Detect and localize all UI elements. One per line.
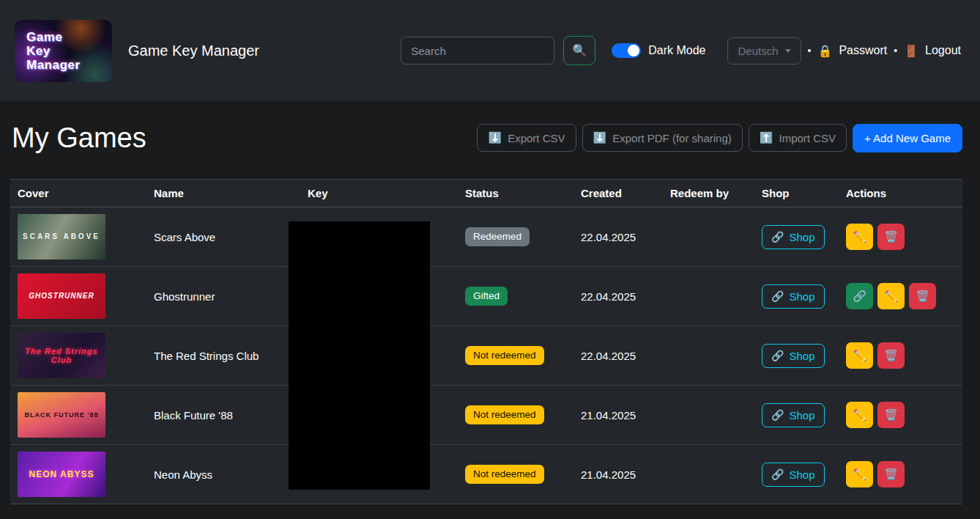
- table-row: BLACK FUTURE '88 Black Future '88 Not re…: [10, 386, 962, 445]
- game-cover-image: SCARS ABOVE: [18, 214, 105, 260]
- delete-button[interactable]: 🗑️: [877, 461, 905, 487]
- game-cover-image: NEON ABYSS: [18, 452, 105, 497]
- navbar: Game Key Manager Game Key Manager 🔍 Dark…: [0, 0, 980, 101]
- status-badge: Not redeemed: [465, 465, 544, 484]
- nav-separator-dot: •: [894, 45, 897, 56]
- logout-link[interactable]: 🚪 Logout: [904, 44, 961, 58]
- table-header-row: Cover Name Key Status Created Redeem by …: [10, 180, 962, 207]
- search-input[interactable]: [401, 37, 554, 65]
- row-actions: 🔗✏️🗑️: [839, 267, 962, 326]
- created-date: 22.04.2025: [573, 267, 663, 326]
- delete-button[interactable]: 🗑️: [877, 224, 905, 250]
- edit-icon: ✏️: [853, 468, 866, 481]
- delete-icon: 🗑️: [884, 230, 898, 243]
- game-name: Black Future '88: [146, 386, 300, 445]
- export-csv-label: Export CSV: [508, 132, 565, 144]
- import-csv-button[interactable]: ⬆️ Import CSV: [749, 124, 847, 152]
- edit-button[interactable]: ✏️: [846, 224, 873, 250]
- redeem-by-date: [663, 267, 754, 326]
- edit-button[interactable]: ✏️: [846, 461, 873, 487]
- status-badge: Not redeemed: [465, 346, 544, 365]
- games-table: Cover Name Key Status Created Redeem by …: [10, 179, 962, 504]
- game-name: Ghostrunner: [146, 267, 300, 326]
- edit-button[interactable]: ✏️: [877, 283, 905, 309]
- col-header-cover: Cover: [10, 180, 146, 207]
- logo-line: Game: [26, 30, 112, 44]
- game-cover-image: GHOSTRUNNER: [18, 273, 105, 319]
- toolbar: ⬇️ Export CSV ⬇️ Export PDF (for sharing…: [477, 124, 962, 152]
- row-actions: ✏️🗑️: [839, 445, 962, 504]
- logo-line: Key: [26, 44, 112, 58]
- link-icon: 🔗: [853, 290, 866, 303]
- dark-mode-label: Dark Mode: [648, 44, 705, 57]
- created-date: 21.04.2025: [573, 445, 663, 504]
- status-badge: Gifted: [465, 287, 508, 306]
- created-date: 22.04.2025: [573, 326, 663, 386]
- delete-button[interactable]: 🗑️: [909, 283, 936, 309]
- add-new-game-button[interactable]: + Add New Game: [853, 124, 962, 152]
- nav-separator-dot: •: [808, 45, 812, 56]
- upload-icon: ⬆️: [760, 131, 773, 144]
- game-name: The Red Strings Club: [146, 326, 300, 386]
- game-cover-text: BLACK FUTURE '88: [24, 411, 98, 419]
- edit-button[interactable]: ✏️: [846, 402, 873, 428]
- link-icon: 🔗: [771, 468, 784, 480]
- col-header-shop: Shop: [754, 180, 839, 207]
- link-icon: 🔗: [771, 290, 784, 302]
- edit-icon: ✏️: [853, 408, 866, 422]
- dark-mode-switch[interactable]: [612, 43, 641, 58]
- game-cover-text: NEON ABYSS: [29, 470, 94, 479]
- redeem-by-date: [663, 326, 754, 386]
- edit-button[interactable]: ✏️: [846, 342, 873, 369]
- delete-icon: 🗑️: [884, 349, 898, 362]
- col-header-status: Status: [458, 180, 573, 207]
- redeem-by-date: [663, 386, 754, 445]
- shop-link-button[interactable]: 🔗 Shop: [762, 225, 825, 249]
- row-actions: ✏️🗑️: [839, 326, 962, 386]
- games-table-wrap: Cover Name Key Status Created Redeem by …: [10, 179, 962, 504]
- export-csv-button[interactable]: ⬇️ Export CSV: [477, 124, 576, 152]
- game-cover-text: The Red Strings Club: [20, 347, 103, 364]
- app-title: Game Key Manager: [128, 43, 259, 59]
- table-row: The Red Strings Club The Red Strings Clu…: [10, 326, 962, 386]
- password-link[interactable]: 🔒 Passwort: [817, 44, 887, 58]
- page-title: My Games: [12, 122, 146, 154]
- language-dropdown[interactable]: Deutsch: [727, 37, 801, 65]
- password-link-label: Passwort: [839, 44, 887, 57]
- row-actions: ✏️🗑️: [839, 386, 962, 445]
- chevron-down-icon: [785, 49, 791, 53]
- link-button[interactable]: 🔗: [846, 283, 873, 309]
- export-pdf-button[interactable]: ⬇️ Export PDF (for sharing): [582, 124, 743, 152]
- shop-button-label: Shop: [789, 231, 814, 243]
- shop-button-label: Shop: [789, 350, 814, 362]
- row-actions: ✏️🗑️: [839, 207, 962, 267]
- delete-button[interactable]: 🗑️: [877, 402, 905, 428]
- col-header-created: Created: [573, 180, 663, 207]
- shop-link-button[interactable]: 🔗 Shop: [762, 284, 825, 309]
- redacted-key-overlay: [289, 221, 430, 490]
- logo-line: Manager: [26, 58, 112, 72]
- download-icon: ⬇️: [488, 131, 502, 144]
- game-name: Scars Above: [146, 207, 300, 267]
- edit-icon: ✏️: [853, 349, 866, 362]
- col-header-name: Name: [146, 180, 300, 207]
- search-button[interactable]: 🔍: [563, 36, 595, 65]
- delete-button[interactable]: 🗑️: [877, 342, 905, 369]
- col-header-key: Key: [300, 180, 458, 207]
- shop-button-label: Shop: [789, 409, 814, 422]
- link-icon: 🔗: [771, 231, 784, 243]
- delete-icon: 🗑️: [916, 290, 929, 303]
- delete-icon: 🗑️: [884, 468, 898, 481]
- shop-link-button[interactable]: 🔗 Shop: [762, 403, 825, 427]
- language-selected-label: Deutsch: [738, 45, 778, 57]
- lock-icon: 🔒: [817, 44, 832, 58]
- door-icon: 🚪: [904, 44, 918, 58]
- status-badge: Not redeemed: [465, 405, 544, 424]
- shop-link-button[interactable]: 🔗 Shop: [762, 463, 825, 487]
- shop-button-label: Shop: [789, 290, 814, 303]
- app-logo: Game Key Manager: [15, 20, 112, 82]
- game-cover-image: The Red Strings Club: [18, 333, 105, 378]
- shop-link-button[interactable]: 🔗 Shop: [762, 344, 825, 368]
- table-row: SCARS ABOVE Scars Above Redeemed 22.04.2…: [10, 207, 962, 267]
- game-cover-text: SCARS ABOVE: [23, 232, 100, 241]
